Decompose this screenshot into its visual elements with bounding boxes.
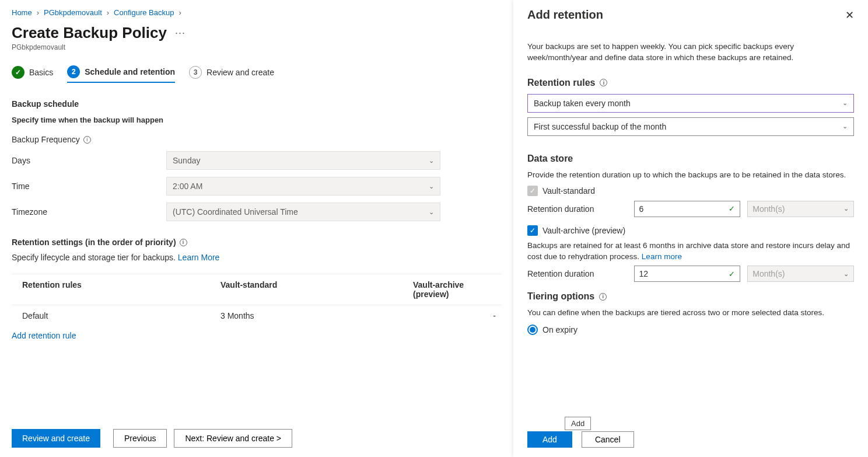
col-archive-header: Vault-archive (preview) <box>413 280 502 299</box>
timezone-label: Timezone <box>12 207 47 217</box>
retention-rule-select-1[interactable]: Backup taken every month ⌄ <box>527 94 854 113</box>
chevron-down-icon: ⌄ <box>842 123 848 130</box>
retention-settings-heading: Retention settings (in the order of prio… <box>12 238 176 247</box>
backup-schedule-subheading: Specify time when the backup will happen <box>12 116 513 124</box>
cell-std: 3 Months <box>220 311 413 320</box>
more-icon[interactable]: ··· <box>175 27 186 39</box>
days-value: Sunday <box>173 156 200 165</box>
vault-standard-label: Vault-standard <box>542 186 595 196</box>
retention-rule-select-2[interactable]: First successful backup of the month ⌄ <box>527 117 854 136</box>
archive-duration-value: 12 <box>639 269 649 278</box>
archive-duration-input[interactable]: 12 ✓ <box>634 266 741 282</box>
chevron-down-icon: ⌄ <box>429 183 434 190</box>
col-rules-header: Retention rules <box>22 280 220 299</box>
step-number-icon: 3 <box>189 66 202 79</box>
breadcrumb: Home › PGbkpdemovault › Configure Backup… <box>12 8 513 17</box>
unit-value: Month(s) <box>752 269 785 278</box>
chevron-down-icon: ⌄ <box>429 157 434 165</box>
cell-rule: Default <box>22 311 220 320</box>
timezone-select[interactable]: (UTC) Coordinated Universal Time ⌄ <box>166 203 440 221</box>
add-retention-panel: Add retention ✕ Your backups are set to … <box>513 0 868 457</box>
close-icon[interactable]: ✕ <box>845 9 854 22</box>
info-icon[interactable]: i <box>599 293 607 301</box>
timezone-value: (UTC) Coordinated Universal Time <box>173 207 298 217</box>
tiering-options-heading: Tiering options <box>527 291 594 302</box>
retention-rules-heading: Retention rules <box>527 78 595 88</box>
chevron-down-icon: ⌄ <box>844 205 849 212</box>
panel-title: Add retention <box>527 8 603 22</box>
time-value: 2:00 AM <box>173 182 202 191</box>
step-review[interactable]: 3 Review and create <box>189 66 274 82</box>
retention-desc: Specify lifecycle and storage tier for b… <box>12 253 178 262</box>
step-number-icon: 2 <box>67 65 80 78</box>
time-select[interactable]: 2:00 AM ⌄ <box>166 177 440 196</box>
page-title: Create Backup Policy <box>12 24 167 42</box>
add-button[interactable]: Add <box>527 431 572 448</box>
days-label: Days <box>12 156 30 165</box>
cell-arc: - <box>413 311 502 320</box>
vault-standard-checkbox: ✓ <box>527 186 538 196</box>
vault-archive-label: Vault-archive (preview) <box>542 226 625 235</box>
data-store-heading: Data store <box>527 154 573 164</box>
chevron-down-icon: ⌄ <box>429 208 434 216</box>
select-value: Backup taken every month <box>534 99 631 108</box>
breadcrumb-item[interactable]: Configure Backup <box>114 8 174 17</box>
retention-duration-label: Retention duration <box>527 204 634 214</box>
backup-schedule-heading: Backup schedule <box>12 99 513 109</box>
step-label: Schedule and retention <box>85 67 175 76</box>
step-label: Basics <box>29 68 53 77</box>
select-value: First successful backup of the month <box>534 122 666 131</box>
breadcrumb-item[interactable]: PGbkpdemovault <box>44 8 102 17</box>
valid-check-icon: ✓ <box>729 270 735 278</box>
panel-intro: Your backups are set to happen weekly. Y… <box>527 41 854 64</box>
time-label: Time <box>12 182 30 191</box>
archive-desc: Backups are retained for at least 6 mont… <box>527 241 850 261</box>
add-retention-rule-link[interactable]: Add retention rule <box>12 331 76 340</box>
previous-button[interactable]: Previous <box>113 429 167 448</box>
learn-more-link[interactable]: Learn More <box>178 253 220 262</box>
step-label: Review and create <box>206 68 274 77</box>
days-select[interactable]: Sunday ⌄ <box>166 151 440 170</box>
add-tooltip: Add <box>565 417 591 430</box>
standard-unit-select: Month(s) ⌄ <box>747 201 854 217</box>
learn-more-link[interactable]: Learn more <box>642 252 682 261</box>
unit-value: Month(s) <box>752 204 785 214</box>
tiering-desc: You can define when the backups are tier… <box>527 308 854 319</box>
on-expiry-label: On expiry <box>542 325 578 334</box>
step-schedule[interactable]: 2 Schedule and retention <box>67 65 175 83</box>
valid-check-icon: ✓ <box>729 204 735 213</box>
stepper: ✓ Basics 2 Schedule and retention 3 Revi… <box>12 65 513 83</box>
check-icon: ✓ <box>12 66 24 79</box>
on-expiry-radio[interactable] <box>527 325 538 335</box>
standard-duration-value: 6 <box>639 204 644 214</box>
retention-table: Retention rules Vault-standard Vault-arc… <box>12 274 502 326</box>
standard-duration-input[interactable]: 6 ✓ <box>634 201 741 217</box>
cancel-button[interactable]: Cancel <box>582 431 634 448</box>
chevron-down-icon: ⌄ <box>844 270 849 278</box>
chevron-right-icon: › <box>178 8 181 17</box>
archive-unit-select: Month(s) ⌄ <box>747 266 854 282</box>
backup-frequency-label: Backup Frequency <box>12 135 80 144</box>
step-basics[interactable]: ✓ Basics <box>12 66 53 82</box>
vault-archive-checkbox[interactable]: ✓ <box>527 225 538 236</box>
next-button[interactable]: Next: Review and create > <box>174 429 292 448</box>
breadcrumb-item[interactable]: Home <box>12 8 32 17</box>
chevron-down-icon: ⌄ <box>842 99 848 107</box>
retention-duration-label: Retention duration <box>527 269 634 278</box>
info-icon[interactable]: i <box>180 239 187 246</box>
col-standard-header: Vault-standard <box>220 280 413 299</box>
chevron-right-icon: › <box>37 8 39 17</box>
table-row: Default 3 Months - <box>12 305 502 326</box>
chevron-right-icon: › <box>107 8 109 17</box>
review-create-button[interactable]: Review and create <box>12 429 100 448</box>
data-store-desc: Provide the retention duration up to whi… <box>527 170 854 181</box>
info-icon[interactable]: i <box>83 136 91 144</box>
info-icon[interactable]: i <box>600 79 607 86</box>
page-subtitle: PGbkpdemovault <box>12 43 513 51</box>
